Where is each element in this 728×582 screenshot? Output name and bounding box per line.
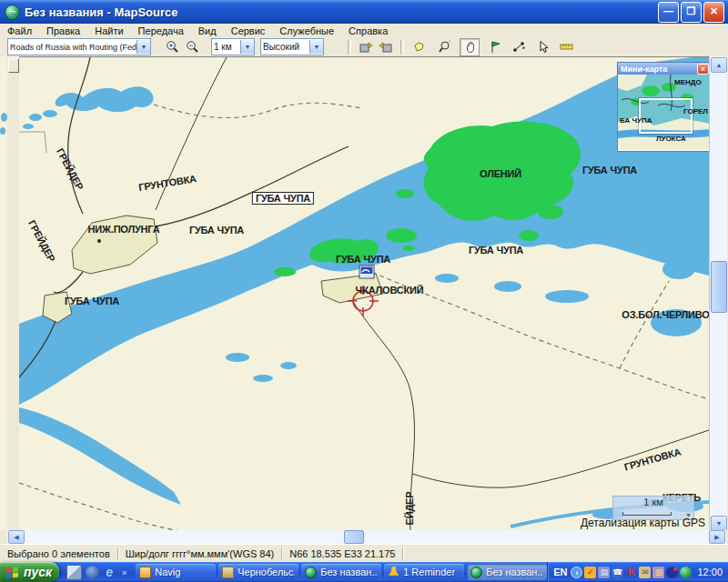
taskbar-button[interactable]: Без назван... [467, 564, 547, 580]
menu-item[interactable]: Справка [341, 25, 395, 36]
detail-level-combo[interactable]: Высокий ▼ [260, 38, 324, 55]
minimize-button[interactable]: — [658, 2, 679, 23]
taskbar-button-label: 1 Reminder [403, 567, 455, 577]
taskbar-button[interactable]: Без назван... [301, 564, 381, 580]
menu-item[interactable]: Файл [0, 25, 39, 36]
cursor-arrow-icon [536, 40, 550, 54]
taskbar-button[interactable]: 1 Reminder [384, 564, 464, 580]
menu-item[interactable]: Вид [191, 25, 224, 36]
zoom-out-button[interactable] [182, 38, 202, 56]
minimap-title: Мини-карта [621, 65, 667, 74]
scroll-down-icon[interactable]: ▼ [711, 516, 727, 531]
horizontal-scrollbar[interactable]: ◀ ▶ [7, 530, 726, 544]
minimap-title-bar[interactable]: Мини-карта x [618, 63, 711, 75]
collapse-chevron-icon[interactable]: ‹ [571, 567, 582, 578]
waypoint-tool-button[interactable] [485, 38, 505, 56]
taskbar-button[interactable]: Navig [136, 564, 216, 580]
zoom-tool-button[interactable] [434, 38, 454, 56]
internet-explorer-icon[interactable]: e [103, 566, 116, 579]
map-select-tool-button[interactable] [409, 38, 429, 56]
map-label: ГУБА ЧУПА [252, 192, 314, 205]
start-label: пуск [24, 565, 52, 579]
map-label: ГРУНТОВКА [623, 446, 682, 472]
map-label: ГУБА ЧУПА [582, 165, 637, 176]
minimap-label: БА ЧУПА [620, 116, 652, 125]
dialer-app-icon[interactable] [86, 566, 99, 579]
scroll-right-icon[interactable]: ▶ [709, 530, 725, 544]
status-bar: Выбрано 0 элементов Шир/долг гггг°мм.ммм… [0, 544, 728, 563]
zoom-in-icon [166, 40, 179, 54]
selection-tool-button[interactable] [532, 38, 552, 56]
minimap-body[interactable]: МЕНДОГОРЕЛБА ЧУПАЛУОКСА [618, 75, 711, 150]
map-select-icon [412, 40, 426, 54]
bluetooth-icon[interactable] [666, 567, 678, 578]
checklist-icon[interactable]: ✓ [584, 567, 596, 578]
chevron-down-icon[interactable]: ▼ [240, 40, 254, 54]
pan-tool-button[interactable] [460, 38, 480, 56]
vertical-scroll-thumb[interactable] [711, 261, 727, 313]
restore-button[interactable]: ❐ [681, 2, 702, 23]
gps-detail-note: Детализация карты GPS [581, 517, 705, 529]
taskbar: пуск e » NavigЧернобельс...Без назван...… [0, 562, 728, 582]
globe-icon[interactable] [680, 567, 692, 578]
detail-level-value: Высокий [261, 42, 309, 52]
menu-item[interactable]: Сервис [224, 25, 273, 36]
taskbar-button-label: Без назван... [320, 567, 378, 577]
vertical-scrollbar[interactable]: ▲ ▼ [709, 56, 727, 530]
close-button[interactable]: ✕ [703, 2, 724, 23]
zoom-scale-combo[interactable]: 1 км ▼ [211, 38, 255, 55]
map-product-value: Roads of Russia with Routing (Federal re… [8, 43, 136, 52]
map-label: ГУБА ЧУПА [65, 296, 119, 306]
receive-from-device-button[interactable] [376, 38, 396, 56]
menu-item[interactable]: Правка [39, 25, 87, 36]
measure-tool-button[interactable] [556, 38, 576, 56]
computer-icon[interactable]: ▤ [598, 567, 610, 578]
display-icon[interactable]: ▥ [652, 567, 664, 578]
minimap-window[interactable]: Мини-карта x МЕНДОГОРЕЛБА ЧУПАЛУО [617, 62, 712, 152]
kaspersky-icon[interactable]: K [625, 567, 637, 578]
map-label: ЧКАЛОВСКИЙ [356, 285, 424, 296]
pane-splitter[interactable] [7, 56, 20, 530]
system-tray: EN ‹✓▤☎K✉▥ 12:00 [547, 562, 728, 582]
route-tool-button[interactable] [509, 38, 529, 56]
map-label: ГРЕЙДЕР [55, 146, 86, 192]
map-canvas[interactable]: ГРЕЙДЕРГРУНТОВКАГУБА ЧУПАНИЖ.ПОЛУНГАГУБА… [19, 56, 709, 531]
show-desktop-icon[interactable] [66, 565, 82, 580]
toolbar: Roads of Russia with Routing (Federal re… [0, 37, 728, 57]
title-bar: Без названия - MapSource — ❐ ✕ [0, 0, 728, 24]
minimap-labels-layer: МЕНДОГОРЕЛБА ЧУПАЛУОКСА [618, 75, 711, 150]
taskbar-clock[interactable]: 12:00 [697, 567, 723, 577]
route-icon [512, 40, 526, 54]
taskbar-button[interactable]: Чернобельс... [218, 564, 298, 580]
menu-bar: ФайлПравкаНайтиПередачаВидСервисСлужебны… [0, 24, 728, 37]
folder-icon [139, 567, 151, 578]
mapsource-icon [305, 567, 317, 578]
menu-item[interactable]: Служебные [272, 25, 341, 36]
status-coordinate-format: Шир/долг гггг°мм.ммм'(WGS 84) [118, 547, 283, 560]
quick-launch-more[interactable]: » [122, 567, 127, 577]
scroll-left-icon[interactable]: ◀ [8, 530, 25, 544]
language-indicator[interactable]: EN [553, 567, 567, 577]
chevron-down-icon[interactable]: ▼ [136, 40, 150, 54]
quick-launch: e » [66, 565, 127, 580]
chevron-down-icon[interactable]: ▼ [309, 40, 323, 54]
zoom-out-icon [186, 40, 199, 54]
taskbar-button-label: Без назван... [486, 567, 543, 577]
taskbar-button-label: Чернобельс... [238, 567, 295, 577]
dialer-icon[interactable]: ☎ [612, 567, 623, 578]
menu-item[interactable]: Передача [131, 25, 191, 36]
send-to-device-button[interactable] [356, 38, 376, 56]
hand-icon [463, 40, 477, 54]
map-product-combo[interactable]: Roads of Russia with Routing (Federal re… [7, 38, 151, 55]
scroll-up-icon[interactable]: ▲ [711, 57, 727, 73]
mail-icon[interactable]: ✉ [639, 567, 651, 578]
receive-from-device-icon [379, 40, 393, 54]
zoom-in-button[interactable] [162, 38, 182, 56]
menu-item[interactable]: Найти [87, 25, 130, 36]
horizontal-scroll-thumb[interactable] [344, 530, 364, 544]
splitter-grip[interactable] [8, 58, 19, 73]
minimap-close-button[interactable]: x [697, 64, 709, 75]
map-label: ГУБА ЧУПА [189, 225, 244, 236]
start-button[interactable]: пуск [0, 562, 59, 582]
bell-icon [388, 567, 399, 578]
